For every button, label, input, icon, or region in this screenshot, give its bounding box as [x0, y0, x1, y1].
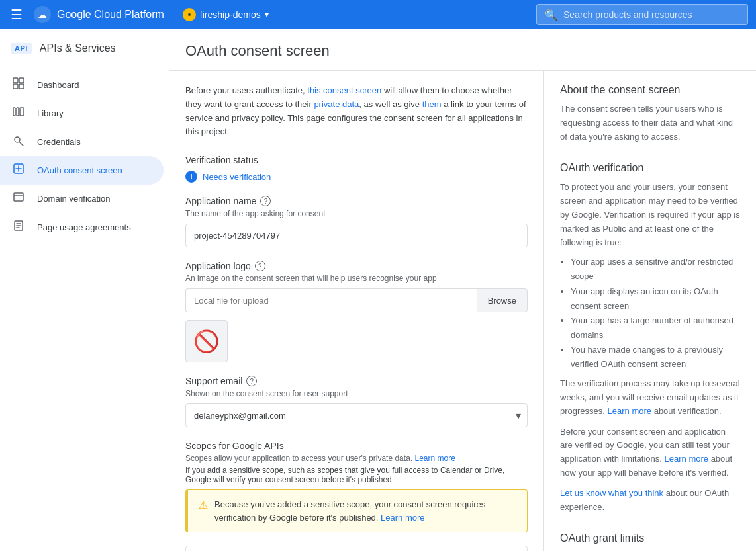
app-layout: API APIs & Services Dashboard Library Cr… — [0, 29, 756, 551]
scopes-desc: Scopes allow your application to access … — [185, 454, 528, 463]
intro-text: Before your users authenticate, this con… — [185, 84, 528, 139]
cloud-icon: ☁ — [33, 5, 52, 24]
dashboard-icon — [11, 77, 26, 93]
scopes-warning-text: If you add a sensitive scope, such as sc… — [185, 466, 528, 484]
sidebar-title: APIs & Services — [40, 42, 116, 54]
content-area: Before your users authenticate, this con… — [169, 71, 756, 551]
project-selector[interactable]: fireship-demos ▾ — [183, 8, 269, 21]
domain-icon — [11, 191, 26, 206]
support-email-field-group: Support email ? Shown on the consent scr… — [185, 376, 528, 427]
aside-consent-section: About the consent screen The consent scr… — [560, 84, 740, 144]
page-usage-icon — [11, 220, 26, 235]
aside-oauth-para2: Before your consent screen and applicati… — [560, 425, 740, 480]
sidebar-item-label-oauth: OAuth consent screen — [37, 165, 122, 175]
image-preview: 🚫 — [185, 320, 228, 362]
project-icon — [183, 8, 196, 21]
aside-oauth-para3: Let us know what you think about our OAu… — [560, 487, 740, 515]
svg-rect-4 — [13, 78, 18, 83]
aside-learn-more-1-link[interactable]: Learn more — [608, 406, 651, 416]
project-name: fireship-demos — [200, 9, 261, 20]
aside-consent-text: The consent screen tells your users who … — [560, 103, 740, 144]
scope-item-email[interactable]: email — [186, 546, 527, 551]
hamburger-menu-icon[interactable]: ☰ — [8, 4, 25, 25]
aside-oauth-intro: To protect you and your users, your cons… — [560, 181, 740, 249]
sidebar-header: API APIs & Services — [0, 34, 169, 65]
sidebar-item-oauth[interactable]: OAuth consent screen — [0, 156, 164, 185]
intro-link-them[interactable]: them — [422, 99, 442, 109]
svg-rect-7 — [19, 84, 24, 89]
app-logo-hint: An image on the consent screen that will… — [185, 274, 528, 283]
dropdown-icon: ▾ — [265, 10, 269, 19]
support-email-label: Support email ? — [185, 376, 528, 386]
aside-list-item-1: Your app displays an icon on its OAuth c… — [571, 284, 740, 314]
credentials-icon — [11, 134, 26, 149]
svg-point-11 — [15, 137, 20, 142]
library-icon — [11, 106, 26, 121]
app-logo-label: Application logo ? — [185, 261, 528, 271]
aside-list-item-3: You have made changes to a previously ve… — [571, 343, 740, 372]
svg-text:☁: ☁ — [38, 9, 47, 20]
sidebar: API APIs & Services Dashboard Library Cr… — [0, 29, 169, 551]
search-icon: 🔍 — [545, 9, 558, 21]
verification-status-group: Verification status i Needs verification — [185, 155, 528, 183]
api-badge: API — [11, 43, 32, 54]
support-email-hint: Shown on the consent screen for user sup… — [185, 389, 528, 398]
file-upload-input[interactable] — [185, 288, 477, 312]
intro-link-private[interactable]: private data — [314, 99, 359, 109]
warning-icon: ⚠ — [199, 499, 208, 511]
sidebar-item-label-library: Library — [37, 108, 64, 118]
svg-point-3 — [188, 13, 191, 16]
oauth-icon — [11, 163, 26, 178]
aside-let-us-know-link[interactable]: Let us know what you think — [560, 488, 663, 498]
svg-rect-9 — [17, 108, 19, 116]
main-content: OAuth consent OAuth consent screenscreen… — [169, 29, 756, 551]
search-bar[interactable]: 🔍 Search products and resources — [536, 4, 748, 25]
svg-rect-5 — [19, 78, 24, 83]
aside-list-item-0: Your app uses a sensitive and/or restric… — [571, 255, 740, 284]
verification-status: i Needs verification — [185, 171, 528, 183]
app-name-field-group: Application name ? The name of the app a… — [185, 196, 528, 247]
aside-oauth-list: Your app uses a sensitive and/or restric… — [571, 255, 740, 372]
page-title: OAuth consent OAuth consent screenscreen — [185, 42, 740, 60]
aside-oauth-para1: The verification process may take up to … — [560, 377, 740, 418]
aside-oauth-title: OAuth verification — [560, 162, 740, 174]
sidebar-item-label-domain: Domain verification — [37, 194, 111, 204]
warning-learn-more-link[interactable]: Learn more — [381, 513, 424, 523]
no-image-icon: 🚫 — [193, 329, 220, 354]
aside-grant-limits-title: OAuth grant limits — [560, 532, 740, 544]
sidebar-item-domain[interactable]: Domain verification — [0, 185, 164, 213]
support-email-select[interactable]: delaneyphx@gmail.com — [185, 403, 528, 427]
sidebar-item-label-dashboard: Dashboard — [37, 80, 79, 90]
svg-rect-6 — [13, 84, 18, 89]
sidebar-item-label-page-usage: Page usage agreements — [37, 222, 131, 232]
warning-message: Because you've added a sensitive scope, … — [214, 498, 516, 524]
sidebar-item-page-usage[interactable]: Page usage agreements — [0, 213, 164, 241]
main-form: Before your users authenticate, this con… — [169, 71, 544, 551]
file-upload-row: Browse — [185, 288, 528, 312]
intro-link-consent[interactable]: this consent screen — [307, 85, 381, 95]
warning-box: ⚠ Because you've added a sensitive scope… — [185, 489, 528, 532]
sidebar-item-dashboard[interactable]: Dashboard — [0, 71, 164, 99]
scopes-learn-more-link[interactable]: Learn more — [414, 454, 455, 463]
page-header: OAuth consent OAuth consent screenscreen — [169, 29, 756, 71]
sidebar-item-credentials[interactable]: Credentials — [0, 128, 164, 156]
sidebar-item-label-credentials: Credentials — [37, 137, 81, 147]
aside-learn-more-2-link[interactable]: Learn more — [665, 454, 708, 464]
search-placeholder: Search products and resources — [563, 9, 692, 20]
scopes-section: Scopes for Google APIs Scopes allow your… — [185, 441, 528, 551]
support-email-help-icon[interactable]: ? — [246, 376, 257, 386]
aside-list-item-2: Your app has a large number of authorise… — [571, 314, 740, 343]
info-icon: i — [185, 171, 197, 183]
app-name-help-icon[interactable]: ? — [260, 196, 271, 206]
sidebar-item-library[interactable]: Library — [0, 99, 164, 128]
app-logo-field-group: Application logo ? An image on the conse… — [185, 261, 528, 362]
aside-oauth-section: OAuth verification To protect you and yo… — [560, 162, 740, 514]
app-logo-help-icon[interactable]: ? — [255, 261, 265, 271]
verification-text: Needs verification — [203, 172, 271, 182]
app-name-label: Application name ? — [185, 196, 528, 206]
browse-button[interactable]: Browse — [477, 288, 528, 312]
verification-label: Verification status — [185, 155, 528, 165]
app-logo: ☁ Google Cloud Platform — [33, 5, 164, 24]
app-name-input[interactable] — [185, 224, 528, 247]
support-email-select-wrapper: delaneyphx@gmail.com ▾ — [185, 403, 528, 427]
